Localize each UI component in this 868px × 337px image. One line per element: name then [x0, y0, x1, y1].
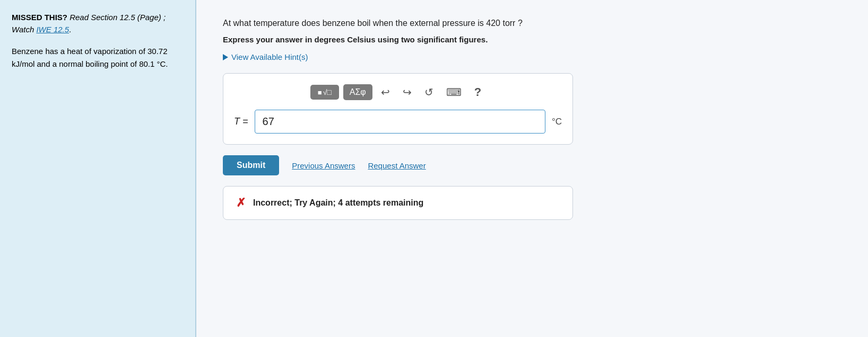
undo-icon: ↩ — [381, 86, 390, 99]
request-answer-button[interactable]: Request Answer — [368, 161, 426, 170]
feedback-text: Incorrect; Try Again; 4 attempts remaini… — [253, 198, 423, 208]
keyboard-button[interactable]: ⌨ — [442, 84, 466, 101]
description-line1: Benzene has a heat of vaporization of 30… — [12, 47, 168, 56]
greek-label: ΑΣφ — [350, 87, 366, 97]
toolbar: ■ √□ ΑΣφ ↩ ↪ ↺ ⌨ ? — [234, 83, 562, 101]
hint-triangle-icon — [223, 54, 228, 60]
math-toolbar-button[interactable]: ■ √□ — [310, 85, 339, 100]
redo-button[interactable]: ↪ — [398, 84, 416, 101]
feedback-box: ✗ Incorrect; Try Again; 4 attempts remai… — [223, 186, 573, 220]
help-button[interactable]: ? — [470, 83, 485, 101]
hint-label: View Available Hint(s) — [231, 52, 308, 61]
input-label: T = — [234, 116, 248, 127]
description-line2: kJ/mol and a normal boiling point of 80.… — [12, 59, 168, 68]
action-row: Submit Previous Answers Request Answer — [223, 155, 573, 175]
refresh-icon: ↺ — [424, 86, 433, 99]
undo-button[interactable]: ↩ — [377, 84, 394, 101]
keyboard-icon: ⌨ — [446, 86, 462, 99]
missed-this-section: MISSED THIS? Read Section 12.5 (Page) ; … — [12, 12, 183, 36]
left-panel: MISSED THIS? Read Section 12.5 (Page) ; … — [0, 0, 196, 337]
right-panel: At what temperature does benzene boil wh… — [196, 0, 868, 337]
hint-toggle[interactable]: View Available Hint(s) — [223, 52, 308, 61]
answer-box: ■ √□ ΑΣφ ↩ ↪ ↺ ⌨ ? T = ° — [223, 73, 573, 145]
description: Benzene has a heat of vaporization of 30… — [12, 45, 183, 70]
input-row: T = °C — [234, 110, 562, 134]
previous-answers-button[interactable]: Previous Answers — [292, 161, 355, 170]
feedback-x-icon: ✗ — [236, 196, 246, 210]
sqrt-icon: √□ — [323, 88, 332, 96]
unit-label: °C — [552, 117, 562, 127]
iwe-link[interactable]: IWE 12.5 — [36, 25, 69, 34]
refresh-button[interactable]: ↺ — [420, 84, 438, 101]
redo-icon: ↪ — [403, 86, 412, 99]
period: . — [69, 25, 71, 34]
question-instruction: Express your answer in degrees Celsius u… — [223, 35, 847, 44]
hint-row: View Available Hint(s) — [223, 52, 847, 61]
help-icon: ? — [474, 85, 481, 99]
question-text: At what temperature does benzene boil wh… — [223, 17, 847, 30]
greek-toolbar-button[interactable]: ΑΣφ — [343, 84, 372, 100]
answer-input[interactable] — [255, 110, 545, 134]
math-icon: ■ — [318, 88, 322, 96]
missed-this-label: MISSED THIS? — [12, 13, 67, 22]
submit-button[interactable]: Submit — [223, 155, 279, 175]
